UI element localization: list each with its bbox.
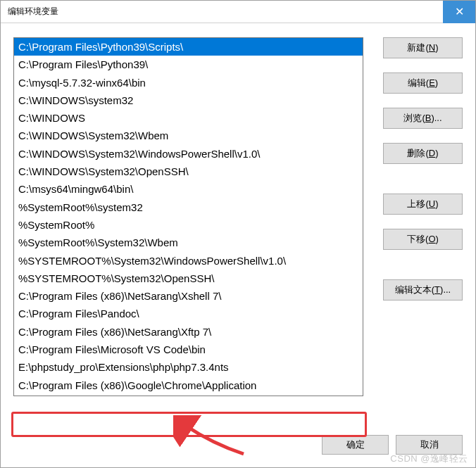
cancel-button[interactable]: 取消 (396, 435, 463, 455)
list-item[interactable]: C:\Program Files (x86)\NetSarang\Xftp 7\ (14, 323, 363, 341)
watermark: CSDN @逸峰轻云 (390, 453, 468, 465)
moveup-button[interactable]: 上移(U) (383, 194, 463, 215)
edittext-button[interactable]: 编辑文本(T)... (383, 279, 463, 301)
dialog-title: 编辑环境变量 (1, 6, 443, 18)
list-container: C:\Program Files\Python39\Scripts\C:\Pro… (13, 37, 373, 455)
close-icon: ✕ (455, 5, 464, 18)
list-item[interactable]: C:\Program Files\Python39\ (14, 56, 363, 73)
list-item[interactable]: C:\WINDOWS\System32\Wbem (14, 127, 363, 144)
list-item[interactable]: C:\msys64\mingw64\bin\ (14, 180, 363, 198)
ok-button[interactable]: 确定 (322, 435, 389, 455)
list-item[interactable]: C:\WINDOWS\System32\WindowsPowerShell\v1… (14, 145, 363, 163)
list-item[interactable]: C:\Program Files\Python39\Scripts\ (14, 38, 363, 56)
list-item[interactable]: C:\Program Files (x86)\NetSarang\Xshell … (14, 287, 363, 305)
delete-button[interactable]: 删除(D) (383, 143, 463, 164)
list-item[interactable]: C:\Program Files\nodejs\ (14, 394, 363, 396)
list-item[interactable]: C:\Program Files\Microsoft VS Code\bin (14, 341, 363, 358)
list-item[interactable]: C:\WINDOWS (14, 109, 363, 127)
list-item[interactable]: C:\WINDOWS\System32\OpenSSH\ (14, 163, 363, 180)
path-listbox[interactable]: C:\Program Files\Python39\Scripts\C:\Pro… (13, 37, 363, 396)
edit-button[interactable]: 编辑(E) (383, 72, 463, 94)
list-item[interactable]: C:\WINDOWS\system32 (14, 91, 363, 109)
list-item[interactable]: C:\Program Files\Pandoc\ (14, 305, 363, 322)
content-area: C:\Program Files\Python39\Scripts\C:\Pro… (1, 23, 475, 467)
list-item[interactable]: %SYSTEMROOT%\System32\WindowsPowerShell\… (14, 252, 363, 270)
titlebar: 编辑环境变量 ✕ (1, 1, 475, 23)
list-item[interactable]: C:\mysql-5.7.32-winx64\bin (14, 74, 363, 91)
new-button[interactable]: 新建(N) (383, 37, 463, 58)
list-item[interactable]: %SystemRoot%\system32 (14, 198, 363, 216)
list-item[interactable]: E:\phpstudy_pro\Extensions\php\php7.3.4n… (14, 358, 363, 376)
dialog-window: 编辑环境变量 ✕ C:\Program Files\Python39\Scrip… (0, 0, 476, 468)
close-button[interactable]: ✕ (443, 1, 475, 23)
movedown-button[interactable]: 下移(O) (383, 229, 463, 250)
browse-button[interactable]: 浏览(B)... (383, 108, 463, 129)
list-item[interactable]: %SystemRoot% (14, 216, 363, 234)
list-item[interactable]: %SYSTEMROOT%\System32\OpenSSH\ (14, 270, 363, 287)
list-item[interactable]: C:\Program Files (x86)\Google\Chrome\App… (14, 377, 363, 394)
side-buttons: 新建(N) 编辑(E) 浏览(B)... 删除(D) 上移(U) 下移(O) 编… (383, 37, 463, 455)
bottom-buttons: 确定 取消 (322, 435, 463, 455)
list-item[interactable]: %SystemRoot%\System32\Wbem (14, 234, 363, 251)
